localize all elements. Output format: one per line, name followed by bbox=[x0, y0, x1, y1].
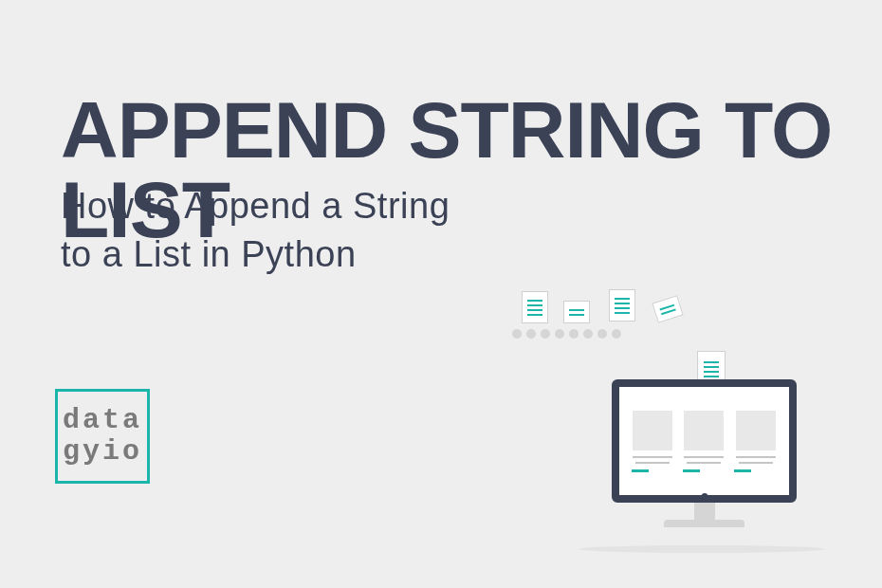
dot bbox=[541, 329, 550, 339]
document-icon bbox=[563, 301, 590, 323]
dot bbox=[612, 329, 621, 339]
sub-heading: How to Append a String to a List in Pyth… bbox=[61, 182, 450, 280]
dot bbox=[569, 329, 579, 339]
dot bbox=[526, 329, 536, 339]
dot bbox=[583, 329, 593, 339]
monitor-stand-neck bbox=[694, 503, 715, 520]
datagy-logo: data gyio bbox=[55, 389, 150, 484]
monitor-illustration bbox=[612, 379, 797, 545]
illustration bbox=[522, 289, 825, 545]
subheading-line-1: How to Append a String bbox=[61, 186, 450, 226]
dot bbox=[512, 329, 522, 339]
monitor-stand-base bbox=[664, 520, 744, 527]
document-icon bbox=[652, 295, 683, 323]
document-icon bbox=[609, 289, 635, 322]
screen-card bbox=[632, 411, 674, 472]
monitor-camera-dot bbox=[701, 493, 707, 500]
document-icon bbox=[522, 291, 548, 323]
dots-decoration bbox=[512, 329, 621, 339]
monitor-shadow bbox=[579, 545, 825, 553]
logo-line-2: gyio bbox=[63, 436, 142, 468]
dot bbox=[597, 329, 607, 339]
subheading-line-2: to a List in Python bbox=[61, 234, 357, 274]
logo-line-1: data bbox=[63, 405, 142, 436]
dot bbox=[555, 329, 564, 339]
monitor-screen bbox=[612, 379, 797, 503]
screen-card bbox=[734, 411, 777, 472]
screen-card bbox=[683, 411, 726, 472]
